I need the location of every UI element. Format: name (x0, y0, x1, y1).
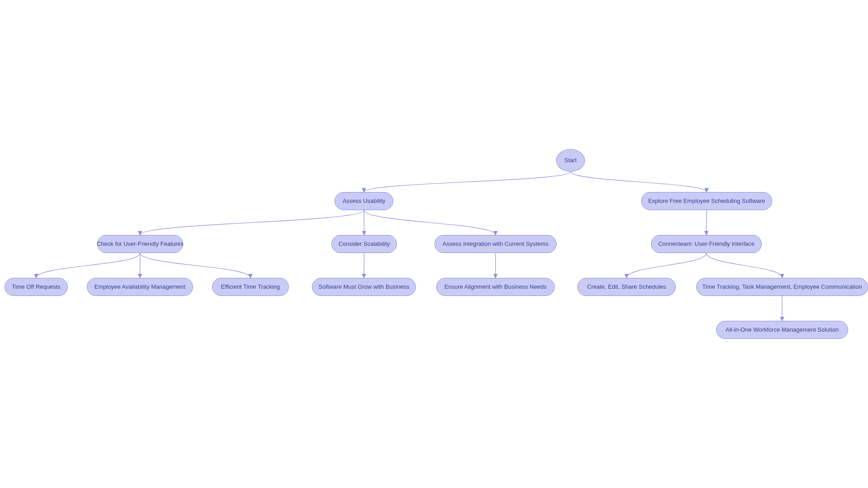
node-consider-scalability: Consider Scalability (331, 235, 397, 253)
node-grow-with-business: Software Must Grow with Business (312, 278, 416, 296)
flowchart-canvas: Start Assess Usability Explore Free Empl… (0, 0, 868, 488)
node-check-user-friendly: Check for User-Friendly Features (97, 235, 183, 253)
edge (627, 253, 707, 278)
node-connecteam: Connecteam: User-Friendly Interface (651, 235, 762, 253)
node-alignment-business-needs: Ensure Alignment with Business Needs (436, 278, 555, 296)
node-time-off-requests: Time Off Requests (5, 278, 68, 296)
node-label: Explore Free Employee Scheduling Softwar… (648, 197, 765, 205)
edge (364, 210, 495, 235)
edge (140, 253, 250, 278)
node-label: Software Must Grow with Business (319, 283, 410, 291)
node-assess-usability: Assess Usability (335, 192, 393, 210)
node-start: Start (556, 149, 585, 172)
node-label: Time Tracking, Task Management, Employee… (702, 283, 862, 291)
edge (707, 253, 783, 278)
node-label: Check for User-Friendly Features (97, 240, 184, 248)
node-label: Assess Usability (343, 197, 386, 205)
node-label: Employee Availability Management (94, 283, 185, 291)
edge (364, 210, 364, 235)
edge (36, 253, 140, 278)
node-start-label: Start (564, 157, 576, 164)
edge (140, 210, 364, 235)
node-efficient-time-tracking: Efficient Time Tracking (212, 278, 289, 296)
node-label: Time Off Requests (12, 283, 61, 291)
node-employee-availability: Employee Availability Management (87, 278, 193, 296)
node-label: Consider Scalability (338, 240, 390, 248)
node-all-in-one: All-in-One Workforce Management Solution (716, 321, 848, 339)
node-label: Connecteam: User-Friendly Interface (658, 240, 755, 248)
node-tt-tm-ec: Time Tracking, Task Management, Employee… (696, 278, 868, 296)
node-label: All-in-One Workforce Management Solution (726, 326, 839, 333)
node-assess-integration: Assess Integration with Current Systems (434, 235, 557, 253)
node-label: Efficient Time Tracking (221, 283, 280, 291)
edge (140, 253, 141, 278)
node-explore-free-software: Explore Free Employee Scheduling Softwar… (641, 192, 772, 210)
edge (571, 172, 707, 192)
node-label: Assess Integration with Current Systems (443, 240, 548, 248)
edge (364, 253, 364, 278)
edge (364, 172, 571, 192)
node-create-edit-share: Create, Edit, Share Schedules (577, 278, 676, 296)
edge (707, 210, 707, 235)
node-label: Ensure Alignment with Business Needs (444, 283, 547, 291)
node-label: Create, Edit, Share Schedules (587, 283, 666, 291)
